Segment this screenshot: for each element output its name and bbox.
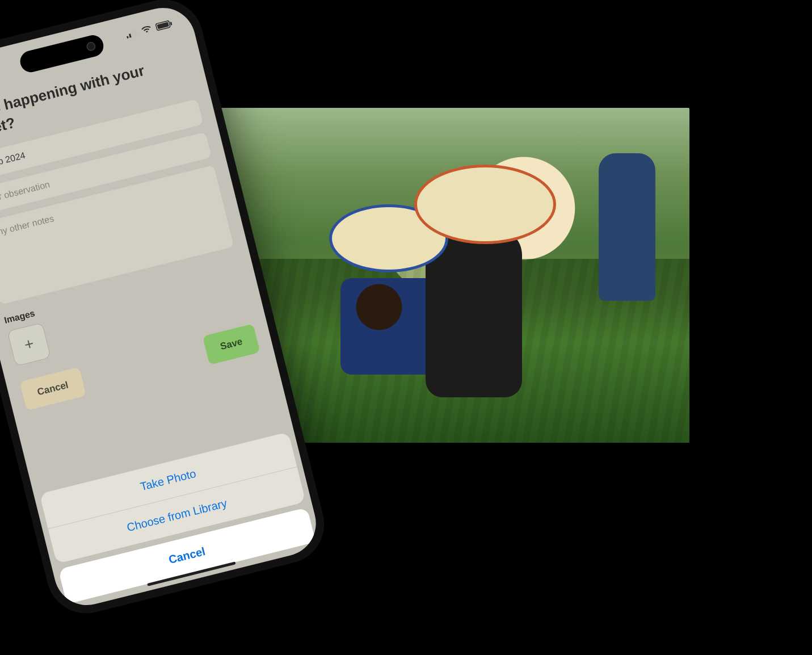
svg-rect-0 xyxy=(127,36,129,39)
svg-rect-1 xyxy=(129,33,132,38)
wifi-icon xyxy=(140,24,153,35)
svg-rect-2 xyxy=(131,31,134,37)
cellular-signal-icon xyxy=(125,28,138,39)
battery-icon xyxy=(155,19,173,31)
svg-rect-6 xyxy=(170,22,173,25)
svg-rect-3 xyxy=(133,29,137,36)
